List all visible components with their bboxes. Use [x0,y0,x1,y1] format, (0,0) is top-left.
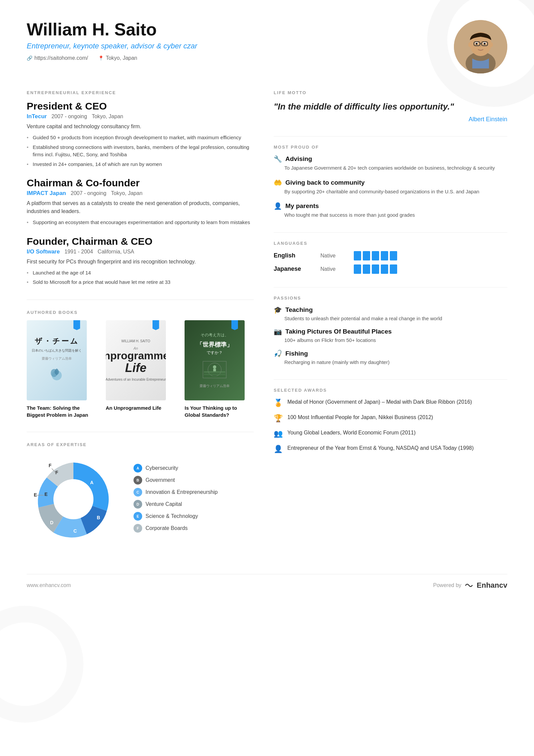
lang-bar-e-4 [381,251,388,260]
lang-level-english: Native [320,253,347,259]
svg-text:C: C [73,528,77,534]
awards-label: SELECTED AWARDS [274,388,507,393]
svg-text:D: D [50,520,53,525]
location-info: 📍 Tokyo, Japan [98,55,137,61]
lang-bars-japanese [354,264,397,274]
language-row-english: English Native [274,251,507,260]
legend-dot-e: E [134,512,142,521]
job-location-1: Tokyo, Japan [92,114,123,120]
legend-label-d: Venture Capital [146,501,182,507]
lang-level-japanese: Native [320,266,347,272]
svg-rect-17 [204,374,225,375]
job-title-1: President & CEO [27,101,254,112]
job-title-3: Founder, Chairman & CEO [27,236,254,247]
award-text-4: Entrepreneur of the Year from Ernst & Yo… [287,444,474,452]
enhancv-logo-icon [464,582,474,589]
award-icon-1: 🏅 [274,399,283,407]
award-text-3: Young Global Leaders, World Economic For… [287,429,416,437]
divider-2 [27,432,254,432]
lang-bars-english [354,251,397,260]
passion-desc-3: Recharging in nature (mainly with my dau… [274,359,507,366]
award-icon-4: 👤 [274,445,283,453]
passion-item-3: 🎣 Fishing Recharging in nature (mainly w… [274,350,507,366]
experience-section: ENTREPRENEURIAL EXPERIENCE President & C… [27,90,254,286]
camera-icon: 📷 [274,328,282,336]
book-bookmark-2 [153,320,159,330]
job-bullets-2: Supporting an ecosystem that encourages … [27,219,254,226]
svg-point-10 [468,42,472,47]
passions-section: PASSIONS 🎓 Teaching Students to unleash … [274,296,507,366]
lang-bar-j-4 [381,264,388,274]
decorative-circle-bottom [0,606,83,723]
svg-point-5 [476,43,478,45]
legend-item-c: C Innovation & Entrepreneurship [134,488,254,497]
lang-bar-e-1 [354,251,361,260]
lang-bar-e-3 [372,251,379,260]
passion-desc-1: Students to unleash their potential and … [274,315,507,323]
bullet-3-1: Launched at the age of 14 [27,269,254,277]
book-item-2: WILLIAM H. SAITO An Unprogrammed Life Ad… [106,320,175,418]
legend-item-b: B Government [134,476,254,485]
book-bookmark-3 [231,320,238,330]
motto-label: LIFE MOTTO [274,90,507,95]
books-label: AUTHORED BOOKS [27,310,254,315]
award-item-4: 👤 Entrepreneur of the Year from Ernst & … [274,444,507,453]
legend-dot-b: B [134,476,142,485]
website-link[interactable]: 🔗 https://saitohome.com/ [27,55,88,61]
proud-item-2: 🤲 Giving back to community By supporting… [274,179,507,196]
passion-desc-2: 100+ albums on Flickr from 50+ locations [274,337,507,344]
lang-name-english: English [274,252,314,259]
header-info: William H. Saito Entrepreneur, keynote s… [27,20,197,61]
footer-url: www.enhancv.com [27,582,71,588]
expertise-legend: A Cybersecurity B Government C Innovatio… [134,464,254,536]
languages-section: LANGUAGES English Native Japanese Native [274,241,507,274]
lang-bar-j-3 [372,264,379,274]
book-item-3: その考え方は、 「世界標準」 ですか？ [185,320,254,418]
svg-text:A: A [90,480,93,485]
fishing-icon: 🎣 [274,350,282,358]
expertise-label: AREAS OF EXPERTISE [27,442,254,447]
lang-bar-e-5 [390,251,397,260]
expertise-layout: A B C D E F E F [27,452,254,547]
proud-section: MOST PROUD OF 🔧 Advising To Japanese Gov… [274,145,507,219]
powered-by-text: Powered by [433,582,462,588]
link-icon: 🔗 [27,55,32,61]
award-item-3: 👥 Young Global Leaders, World Economic F… [274,429,507,438]
award-icon-3: 👥 [274,429,283,438]
svg-rect-18 [204,376,225,377]
book1-content: ザ・チーム 日本のいちばん大きな問題を解く 齋藤ウィリアム浩幸 [27,332,86,389]
award-icon-2: 🏆 [274,414,283,423]
header: William H. Saito Entrepreneur, keynote s… [27,20,507,73]
passion-title-2: 📷 Taking Pictures Of Beautiful Places [274,328,507,336]
proud-title-3: 👤 My parents [274,202,507,210]
books-grid: ザ・チーム 日本のいちばん大きな問題を解く 齋藤ウィリアム浩幸 The T [27,320,254,418]
motto-author: Albert Einstein [274,116,507,123]
award-item-2: 🏆 100 Most Influential People for Japan,… [274,413,507,423]
job-desc-3: First security for PCs through fingerpri… [27,258,254,266]
svg-rect-20 [213,369,216,371]
proud-item-3: 👤 My parents Who tought me that success … [274,202,507,219]
book-title-3: Is Your Thinking up to Global Standards? [185,404,254,418]
proud-desc-2: By supporting 20+ charitable and communi… [274,188,507,196]
divider-1 [27,300,254,300]
job-company-3: I/O Software [27,248,60,255]
book-title-2: An Unprogrammed Life [106,404,175,411]
award-text-2: 100 Most Influential People for Japan, N… [287,413,433,421]
legend-label-f: Corporate Boards [146,525,188,531]
main-layout: ENTREPRENEURIAL EXPERIENCE President & C… [27,90,507,561]
lang-bar-j-1 [354,264,361,274]
languages-label: LANGUAGES [274,241,507,246]
book-title-1: The Team: Solving the Biggest Problem in… [27,404,96,418]
avatar [454,20,507,73]
books-section: AUTHORED BOOKS ザ・チーム 日本のいちばん大きな問題を解く 齋藤ウ… [27,310,254,418]
book-cover-2: WILLIAM H. SAITO An Unprogrammed Life Ad… [106,320,166,400]
footer-brand: Enhancv [477,581,507,590]
book2-content: WILLIAM H. SAITO An Unprogrammed Life Ad… [106,335,166,386]
person-name: William H. Saito [27,20,197,39]
divider-proud [274,232,507,233]
legend-dot-f: F [134,524,142,533]
left-column: ENTREPRENEURIAL EXPERIENCE President & C… [27,90,254,561]
footer: www.enhancv.com Powered by Enhancv [27,574,507,590]
svg-point-19 [213,365,216,369]
resume-page: William H. Saito Entrepreneur, keynote s… [0,0,534,756]
